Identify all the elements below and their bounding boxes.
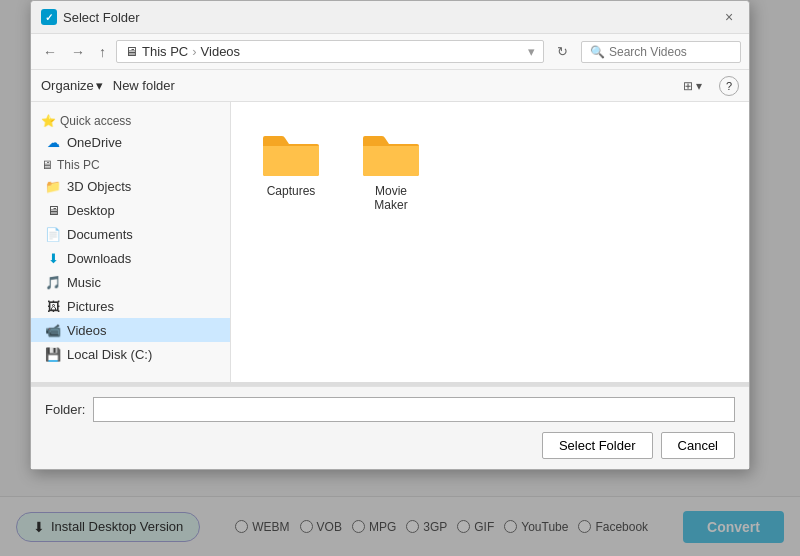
address-bar: ← → ↑ 🖥 This PC › Videos ▾ ↻ 🔍 [31,34,749,70]
select-folder-dialog: Select Folder × ← → ↑ 🖥 This PC › Videos… [30,0,750,470]
music-icon: 🎵 [45,274,61,290]
this-pc-section: 🖥 This PC [31,154,230,174]
folder-movie-maker-label: Movie Maker [357,184,425,212]
sidebar-item-downloads[interactable]: ⬇ Downloads [31,246,230,270]
file-view: Captures Movie Maker [231,102,749,382]
content-area: ⭐ Quick access ☁ OneDrive 🖥 This PC 📁 3D… [31,102,749,382]
onedrive-icon: ☁ [45,134,61,150]
sidebar-item-desktop[interactable]: 🖥 Desktop [31,198,230,222]
dialog-action-row: Select Folder Cancel [45,432,735,459]
quick-access-section: ⭐ Quick access [31,110,230,130]
folder-movie-maker-icon [361,128,421,178]
search-input[interactable] [609,45,732,59]
sidebar: ⭐ Quick access ☁ OneDrive 🖥 This PC 📁 3D… [31,102,231,382]
videos-label: Videos [201,44,241,59]
dialog-overlay: Select Folder × ← → ↑ 🖥 This PC › Videos… [0,0,800,556]
view-toggle-button[interactable]: ⊞ ▾ [676,76,709,96]
videos-icon: 📹 [45,322,61,338]
folder-svg-movie-maker [361,128,421,178]
pc-icon: 🖥 [125,44,138,59]
folder-movie-maker[interactable]: Movie Maker [351,122,431,218]
folder-field-label: Folder: [45,402,85,417]
help-button[interactable]: ? [719,76,739,96]
separator-1: › [192,44,196,59]
sidebar-item-documents[interactable]: 📄 Documents [31,222,230,246]
dialog-title: Select Folder [63,10,140,25]
desktop-icon: 🖥 [45,202,61,218]
sidebar-item-local-disk[interactable]: 💾 Local Disk (C:) [31,342,230,366]
dialog-close-button[interactable]: × [719,7,739,27]
folder-captures-icon [261,128,321,178]
sidebar-item-videos[interactable]: 📹 Videos [31,318,230,342]
folder-input-row: Folder: [45,397,735,422]
refresh-button[interactable]: ↻ [550,40,575,63]
breadcrumb-dropdown[interactable]: ▾ [528,44,535,59]
view-buttons: ⊞ ▾ [676,76,709,96]
sidebar-item-onedrive[interactable]: ☁ OneDrive [31,130,230,154]
folder-path-input[interactable] [93,397,735,422]
star-icon: ⭐ [41,114,56,128]
folder-3d-icon: 📁 [45,178,61,194]
dialog-title-bar: Select Folder × [31,1,749,34]
search-icon: 🔍 [590,45,605,59]
app-icon [41,9,57,25]
cancel-button[interactable]: Cancel [661,432,735,459]
sidebar-item-music[interactable]: 🎵 Music [31,270,230,294]
sidebar-item-pictures[interactable]: 🖼 Pictures [31,294,230,318]
back-button[interactable]: ← [39,42,61,62]
view-icon: ⊞ [683,79,693,93]
search-box[interactable]: 🔍 [581,41,741,63]
organize-bar: Organize ▾ New folder ⊞ ▾ ? [31,70,749,102]
folder-captures[interactable]: Captures [251,122,331,218]
forward-button[interactable]: → [67,42,89,62]
folder-svg-captures [261,128,321,178]
dialog-footer: Folder: Select Folder Cancel [31,386,749,469]
address-breadcrumb[interactable]: 🖥 This PC › Videos ▾ [116,40,544,63]
new-folder-button[interactable]: New folder [113,78,175,93]
documents-icon: 📄 [45,226,61,242]
downloads-icon: ⬇ [45,250,61,266]
title-bar-left: Select Folder [41,9,140,25]
organize-button[interactable]: Organize ▾ [41,78,103,93]
computer-icon: 🖥 [41,158,53,172]
up-button[interactable]: ↑ [95,42,110,62]
pictures-icon: 🖼 [45,298,61,314]
sidebar-item-3d-objects[interactable]: 📁 3D Objects [31,174,230,198]
this-pc-label: This PC [142,44,188,59]
folder-captures-label: Captures [267,184,316,198]
disk-icon: 💾 [45,346,61,362]
select-folder-confirm-button[interactable]: Select Folder [542,432,653,459]
